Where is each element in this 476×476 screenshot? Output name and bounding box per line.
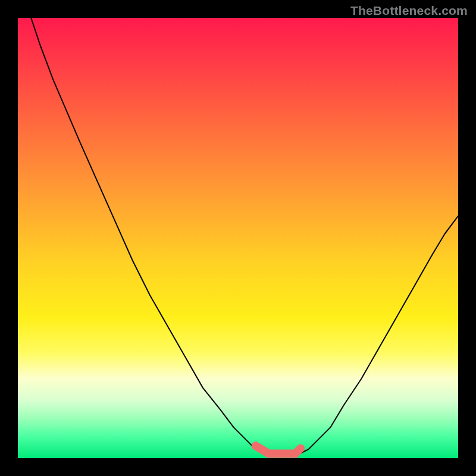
chart-stage: TheBottleneck.com <box>0 0 476 476</box>
right-curve-path <box>300 216 458 454</box>
plot-area <box>18 18 458 458</box>
curve-overlay <box>18 18 458 458</box>
valley-highlight-path <box>256 446 300 453</box>
left-curve-path <box>31 18 267 454</box>
watermark-label: TheBottleneck.com <box>350 4 468 18</box>
